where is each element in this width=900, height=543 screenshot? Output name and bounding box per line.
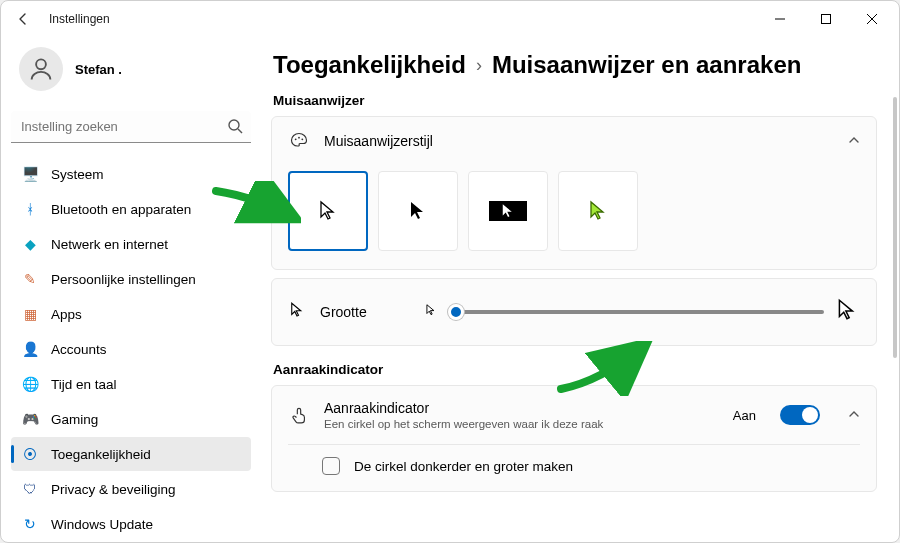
back-arrow-icon bbox=[16, 12, 30, 26]
sidebar-item-apps[interactable]: ▦Apps bbox=[11, 297, 251, 331]
pointer-style-label: Muisaanwijzerstijl bbox=[324, 133, 834, 149]
cursor-green-icon bbox=[586, 199, 610, 223]
close-button[interactable] bbox=[849, 3, 895, 35]
nav-icon: ▦ bbox=[21, 305, 39, 323]
sidebar-item-toegankelijkheid[interactable]: ⦿Toegankelijkheid bbox=[11, 437, 251, 471]
sidebar-item-privacy-beveiliging[interactable]: 🛡Privacy & beveiliging bbox=[11, 472, 251, 506]
pointer-style-inverted[interactable] bbox=[468, 171, 548, 251]
minimize-button[interactable] bbox=[757, 3, 803, 35]
window-title: Instellingen bbox=[41, 12, 110, 26]
section-title-pointer: Muisaanwijzer bbox=[273, 93, 877, 108]
pointer-style-options bbox=[272, 165, 876, 269]
sidebar-item-netwerk-en-internet[interactable]: ◆Netwerk en internet bbox=[11, 227, 251, 261]
touch-indicator-toggle[interactable] bbox=[780, 405, 820, 425]
touch-darker-option[interactable]: De cirkel donkerder en groter maken bbox=[272, 445, 876, 491]
nav-icon: 🎮 bbox=[21, 410, 39, 428]
profile-name: Stefan . bbox=[75, 62, 122, 77]
cursor-inverted-icon bbox=[499, 202, 517, 220]
nav-label: Toegankelijkheid bbox=[51, 447, 151, 462]
sidebar-item-accounts[interactable]: 👤Accounts bbox=[11, 332, 251, 366]
pointer-style-card: Muisaanwijzerstijl bbox=[271, 116, 877, 270]
sidebar-item-windows-update[interactable]: ↻Windows Update bbox=[11, 507, 251, 541]
settings-window: Instellingen Stefan . bbox=[0, 0, 900, 543]
nav-label: Tijd en taal bbox=[51, 377, 117, 392]
svg-point-5 bbox=[229, 120, 239, 130]
nav-icon: ᚼ bbox=[21, 200, 39, 218]
svg-point-4 bbox=[36, 59, 46, 69]
breadcrumb: Toegankelijkheid › Muisaanwijzer en aanr… bbox=[273, 51, 877, 79]
search-icon bbox=[227, 118, 243, 138]
nav-label: Windows Update bbox=[51, 517, 153, 532]
nav-label: Accounts bbox=[51, 342, 107, 357]
nav-label: Systeem bbox=[51, 167, 104, 182]
person-icon bbox=[27, 55, 55, 83]
svg-rect-1 bbox=[822, 15, 831, 24]
toggle-state-text: Aan bbox=[733, 408, 756, 423]
touch-darker-label: De cirkel donkerder en groter maken bbox=[354, 459, 573, 474]
nav-icon: 🌐 bbox=[21, 375, 39, 393]
pointer-size-slider[interactable] bbox=[448, 310, 824, 314]
back-button[interactable] bbox=[5, 1, 41, 37]
pointer-style-white[interactable] bbox=[288, 171, 368, 251]
maximize-icon bbox=[821, 14, 831, 24]
pointer-size-label: Grootte bbox=[320, 304, 410, 320]
sidebar-item-persoonlijke-instellingen[interactable]: ✎Persoonlijke instellingen bbox=[11, 262, 251, 296]
slider-thumb[interactable] bbox=[448, 304, 464, 320]
breadcrumb-current: Muisaanwijzer en aanraken bbox=[492, 51, 801, 79]
close-icon bbox=[867, 14, 877, 24]
touch-indicator-label: Aanraakindicator bbox=[324, 400, 719, 416]
svg-point-7 bbox=[295, 138, 297, 140]
sidebar-item-bluetooth-en-apparaten[interactable]: ᚼBluetooth en apparaten bbox=[11, 192, 251, 226]
nav-list: 🖥️SysteemᚼBluetooth en apparaten◆Netwerk… bbox=[11, 157, 251, 541]
svg-line-6 bbox=[238, 129, 242, 133]
nav-label: Netwerk en internet bbox=[51, 237, 168, 252]
nav-icon: ↻ bbox=[21, 515, 39, 533]
cursor-small-icon bbox=[288, 301, 306, 323]
palette-icon bbox=[288, 131, 310, 151]
touch-indicator-card: Aanraakindicator Een cirkel op het scher… bbox=[271, 385, 877, 492]
nav-label: Bluetooth en apparaten bbox=[51, 202, 191, 217]
avatar bbox=[19, 47, 63, 91]
cursor-black-icon bbox=[406, 199, 430, 223]
maximize-button[interactable] bbox=[803, 3, 849, 35]
scrollbar[interactable] bbox=[893, 97, 897, 532]
search-input[interactable] bbox=[11, 111, 251, 143]
touch-indicator-row[interactable]: Aanraakindicator Een cirkel op het scher… bbox=[272, 386, 876, 444]
nav-icon: 🛡 bbox=[21, 480, 39, 498]
main-content: Toegankelijkheid › Muisaanwijzer en aanr… bbox=[261, 37, 899, 542]
touch-indicator-sub: Een cirkel op het scherm weergeven waar … bbox=[324, 418, 719, 430]
pointer-style-custom[interactable] bbox=[558, 171, 638, 251]
pointer-style-black[interactable] bbox=[378, 171, 458, 251]
section-title-touch: Aanraakindicator bbox=[273, 362, 877, 377]
chevron-right-icon: › bbox=[476, 55, 482, 76]
nav-icon: ◆ bbox=[21, 235, 39, 253]
cursor-white-icon bbox=[316, 199, 340, 223]
nav-icon: ⦿ bbox=[21, 445, 39, 463]
pointer-size-card: Grootte bbox=[271, 278, 877, 346]
sidebar-item-systeem[interactable]: 🖥️Systeem bbox=[11, 157, 251, 191]
breadcrumb-parent[interactable]: Toegankelijkheid bbox=[273, 51, 466, 79]
titlebar: Instellingen bbox=[1, 1, 899, 37]
nav-label: Gaming bbox=[51, 412, 98, 427]
slider-max-icon bbox=[834, 297, 860, 327]
chevron-up-icon bbox=[848, 408, 860, 423]
profile-block[interactable]: Stefan . bbox=[11, 37, 251, 105]
nav-icon: 🖥️ bbox=[21, 165, 39, 183]
search-box bbox=[11, 111, 251, 143]
pointer-style-header[interactable]: Muisaanwijzerstijl bbox=[272, 117, 876, 165]
svg-point-8 bbox=[298, 137, 300, 139]
nav-label: Privacy & beveiliging bbox=[51, 482, 176, 497]
nav-icon: 👤 bbox=[21, 340, 39, 358]
nav-icon: ✎ bbox=[21, 270, 39, 288]
chevron-up-icon bbox=[848, 134, 860, 149]
sidebar-item-gaming[interactable]: 🎮Gaming bbox=[11, 402, 251, 436]
sidebar: Stefan . 🖥️SysteemᚼBluetooth en apparate… bbox=[1, 37, 261, 542]
slider-min-icon bbox=[424, 303, 438, 321]
nav-label: Persoonlijke instellingen bbox=[51, 272, 196, 287]
touch-icon bbox=[288, 405, 310, 425]
checkbox-unchecked[interactable] bbox=[322, 457, 340, 475]
nav-label: Apps bbox=[51, 307, 82, 322]
minimize-icon bbox=[775, 14, 785, 24]
svg-point-9 bbox=[301, 138, 303, 140]
sidebar-item-tijd-en-taal[interactable]: 🌐Tijd en taal bbox=[11, 367, 251, 401]
